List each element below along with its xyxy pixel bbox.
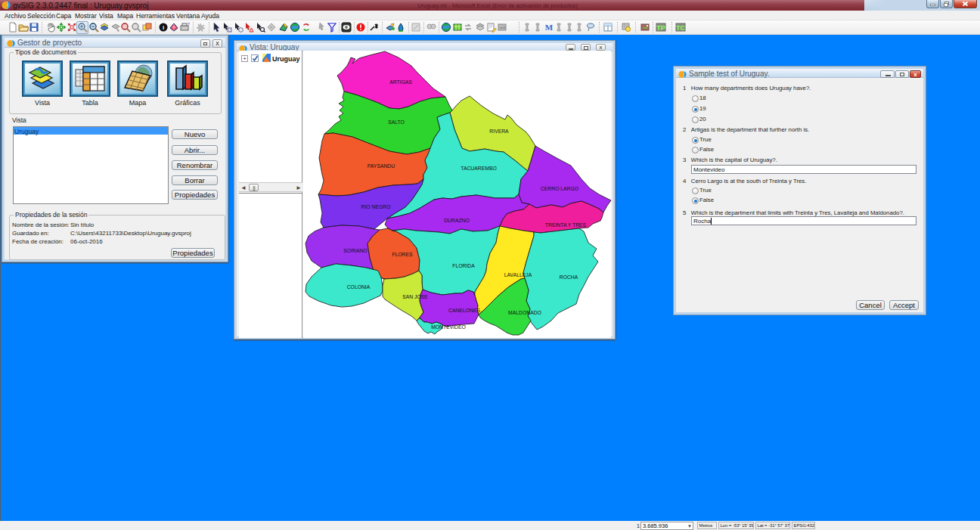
svg-text:FLORES: FLORES [392, 252, 413, 257]
svg-text:PAYSANDU: PAYSANDU [368, 163, 395, 169]
svg-text:?: ? [188, 22, 190, 26]
svg-text:FLORIDA: FLORIDA [452, 263, 475, 268]
svg-text:ROCHA: ROCHA [560, 274, 578, 280]
svg-text:RIO NEGRO: RIO NEGRO [361, 204, 391, 209]
svg-text:MONTEVIDEO: MONTEVIDEO [431, 324, 466, 330]
svg-text:DURAZNO: DURAZNO [444, 218, 470, 223]
svg-text:SALTO: SALTO [388, 119, 405, 125]
svg-text:COLONIA: COLONIA [347, 284, 371, 290]
svg-text:M: M [545, 23, 554, 32]
svg-text:LAVALLEJA: LAVALLEJA [504, 272, 532, 277]
svg-text:SORIANO: SORIANO [343, 248, 367, 253]
svg-text:TP: TP [656, 24, 665, 32]
svg-text:TC: TC [676, 24, 685, 32]
svg-text:TACUAREMBO: TACUAREMBO [461, 166, 496, 171]
svg-text:TREINTA Y TRES: TREINTA Y TRES [545, 222, 587, 228]
svg-text:ARTIGAS: ARTIGAS [389, 79, 412, 85]
svg-text:MALDONADO: MALDONADO [508, 310, 541, 315]
svg-text:i: i [163, 24, 164, 31]
svg-text:CERRO LARGO: CERRO LARGO [541, 186, 578, 191]
svg-text:CANELONES: CANELONES [448, 308, 480, 313]
svg-text:SAN JOSE: SAN JOSE [402, 294, 428, 299]
svg-text:RIVERA: RIVERA [489, 129, 509, 134]
